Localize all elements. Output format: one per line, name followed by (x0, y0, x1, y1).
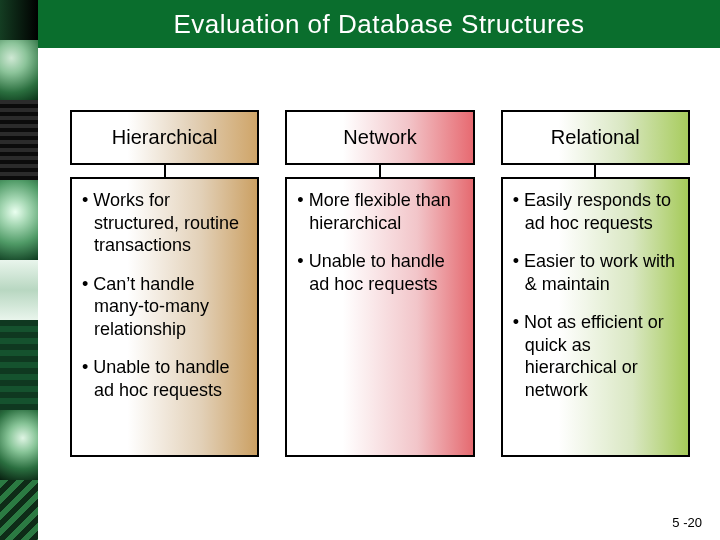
strip-block (0, 0, 38, 40)
bullet-point: • Can’t handle many-to-many relationship (82, 273, 247, 341)
column-hierarchical: Hierarchical • Works for structured, rou… (70, 110, 259, 457)
slide-title: Evaluation of Database Structures (173, 9, 584, 40)
strip-block (0, 180, 38, 260)
column-body-relational: • Easily responds to ad hoc requests • E… (501, 177, 690, 457)
bullet-point: • Easier to work with & maintain (513, 250, 678, 295)
connector-line (501, 165, 690, 177)
columns-container: Hierarchical • Works for structured, rou… (70, 110, 690, 457)
bullet-point: • Unable to handle ad hoc requests (297, 250, 462, 295)
point-text: Not as efficient or quick as hierarchica… (524, 312, 664, 400)
strip-block (0, 320, 38, 410)
column-header-label: Relational (551, 126, 640, 148)
column-header-network: Network (285, 110, 474, 165)
strip-block (0, 100, 38, 180)
point-text: Easier to work with & maintain (524, 251, 675, 294)
bullet-point: • Easily responds to ad hoc requests (513, 189, 678, 234)
point-text: Works for structured, routine transactio… (93, 190, 239, 255)
column-header-label: Hierarchical (112, 126, 218, 148)
column-network: Network • More flexible than hierarchica… (285, 110, 474, 457)
column-header-label: Network (343, 126, 416, 148)
point-text: Unable to handle ad hoc requests (93, 357, 229, 400)
strip-block (0, 480, 38, 540)
connector-line (70, 165, 259, 177)
point-text: Unable to handle ad hoc requests (309, 251, 445, 294)
point-text: More flexible than hierarchical (309, 190, 451, 233)
title-bar: Evaluation of Database Structures (38, 0, 720, 48)
column-header-relational: Relational (501, 110, 690, 165)
column-body-hierarchical: • Works for structured, routine transact… (70, 177, 259, 457)
strip-block (0, 410, 38, 480)
bullet-point: • Works for structured, routine transact… (82, 189, 247, 257)
decorative-left-strip (0, 0, 38, 540)
column-body-network: • More flexible than hierarchical • Unab… (285, 177, 474, 457)
point-text: Can’t handle many-to-many relationship (93, 274, 209, 339)
bullet-point: • Unable to handle ad hoc requests (82, 356, 247, 401)
point-text: Easily responds to ad hoc requests (524, 190, 671, 233)
slide-number: 5 -20 (672, 515, 702, 530)
strip-block (0, 40, 38, 100)
connector-line (285, 165, 474, 177)
bullet-point: • More flexible than hierarchical (297, 189, 462, 234)
bullet-point: • Not as efficient or quick as hierarchi… (513, 311, 678, 401)
column-header-hierarchical: Hierarchical (70, 110, 259, 165)
column-relational: Relational • Easily responds to ad hoc r… (501, 110, 690, 457)
strip-block (0, 260, 38, 320)
